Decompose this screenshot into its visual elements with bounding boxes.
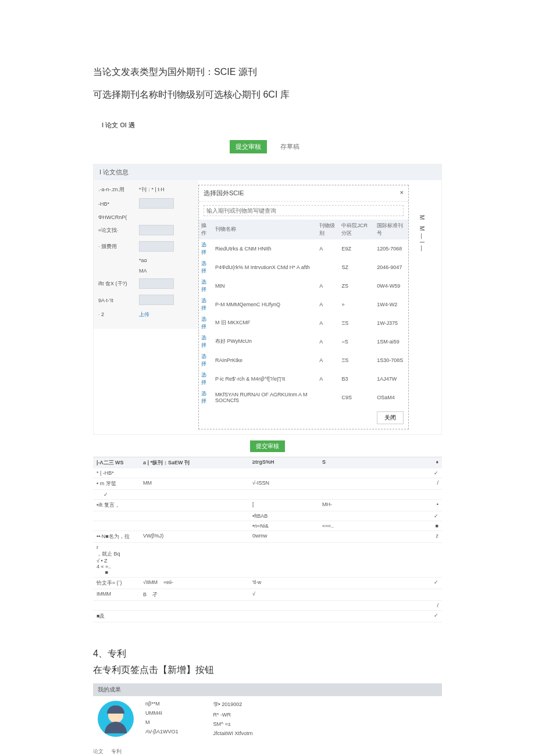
- cell: •: [427, 501, 438, 509]
- cell: •n«Ni&: [252, 523, 322, 529]
- form-label: iftt 食X (干?): [98, 280, 139, 288]
- profile-left-4: AV-βA1WVO1: [145, 729, 179, 734]
- cell-issn: 1SM-ai59: [374, 332, 408, 351]
- cell: r，就止 Bq√ • Z4 « »..■: [97, 544, 143, 575]
- cell: ✓: [97, 492, 143, 497]
- cell-issn: OSaM4: [374, 388, 408, 407]
- th-name: 刊物名称: [213, 220, 317, 239]
- table-row: ••·N■名为，拉VWβ%J)0wmwz: [93, 531, 442, 543]
- profile-right-3: SM^ »±: [213, 721, 253, 727]
- submit-button[interactable]: 提交审核: [230, 140, 267, 153]
- profile-right-2: R* -WR: [213, 712, 253, 718]
- modal-search-input[interactable]: [204, 205, 404, 216]
- select-link[interactable]: 选择: [201, 353, 206, 367]
- cell: ✓: [97, 492, 108, 497]
- select-link[interactable]: 选择: [201, 335, 206, 348]
- cell: √: [252, 591, 322, 599]
- cell: 恰文手» (´): [97, 579, 143, 587]
- cell: IMMM: [97, 591, 143, 599]
- table-row: 选择MKfSYAN RURNAI OF AGRKUInm A M SOCNCfS…: [199, 388, 408, 407]
- submit-button-2[interactable]: 提交审核: [250, 440, 285, 452]
- select-link[interactable]: 选择: [201, 260, 206, 274]
- profile-right-4: JfctaitWI Xtfvotrn: [213, 730, 253, 736]
- cell: [322, 579, 392, 587]
- select-link[interactable]: 选择: [201, 298, 206, 311]
- cell: [392, 612, 427, 620]
- table-row: 恰文手» (´)√ItMM «eii-'tl·w✓: [93, 578, 442, 589]
- cell: [322, 470, 392, 476]
- panel-title: I 论文信息: [94, 164, 441, 180]
- upload-link[interactable]: 上传: [139, 311, 194, 318]
- form-input[interactable]: [139, 295, 174, 305]
- select-link[interactable]: 选择: [201, 242, 206, 255]
- table-row: •ift 复言，[MH-•: [93, 500, 442, 511]
- th-jcr: 中科院JCR分区: [339, 220, 374, 239]
- cell: ✓: [427, 513, 438, 519]
- form-input[interactable]: [139, 241, 174, 252]
- mid-button-row: 提交审核: [17, 440, 518, 452]
- form-label: · 颁费用: [98, 243, 139, 250]
- cell: [252, 612, 322, 620]
- cell: √ • Z: [97, 558, 166, 564]
- cell: /: [427, 480, 438, 488]
- modal-title-text: 选择国外SCIE: [204, 189, 244, 198]
- cell: [143, 612, 252, 620]
- cell: MH-: [322, 501, 392, 509]
- cell-name: MtN: [213, 277, 317, 295]
- form-value: MA: [139, 268, 194, 274]
- cell-jcr: B3: [339, 370, 374, 388]
- cell-jcr: »: [339, 295, 374, 314]
- profile-left-3: M: [145, 719, 179, 725]
- table-row: • m 牙筐MM√-ISSN/: [93, 478, 442, 490]
- cell: [392, 501, 427, 509]
- select-link[interactable]: 选择: [201, 279, 206, 292]
- cell-level: A: [317, 239, 339, 258]
- button-row: 提交审核 存草稿: [17, 140, 518, 153]
- select-link[interactable]: 选择: [201, 390, 206, 404]
- cell: [392, 603, 427, 608]
- cell: [322, 612, 392, 620]
- intro-line-2: 可选择期刊名称时刊物级别可选核心期刊 6CI 库: [93, 87, 518, 103]
- cell: ■: [97, 569, 108, 575]
- cell: 0wmw: [252, 533, 322, 540]
- cell-jcr: ΞS: [339, 314, 374, 332]
- form-input[interactable]: [139, 278, 174, 289]
- cell: [252, 470, 322, 476]
- cell-name: P4ΦdU(rk% M IntrvutionX CMd H* A afth: [213, 258, 317, 277]
- cell-issn: 1W-J375: [374, 314, 408, 332]
- cell: •ftBAB: [252, 513, 322, 519]
- cell: [143, 501, 252, 509]
- cell: 4 « »..: [97, 564, 166, 569]
- cell: [143, 603, 252, 608]
- th-level: 刊物级别: [317, 220, 339, 239]
- form-label: .-a-n-.zn.用: [98, 186, 139, 194]
- cell: ✓: [427, 612, 438, 620]
- cell-issn: 0W4-W59: [374, 277, 408, 295]
- close-icon[interactable]: ×: [400, 189, 404, 198]
- cell: [322, 513, 392, 519]
- cell: [392, 591, 427, 599]
- form-input[interactable]: [139, 225, 174, 235]
- cell: ■: [427, 523, 438, 529]
- cell: [392, 513, 427, 519]
- lower-table: |-Λ二三 WS a | *纵刊：SaEW 刊 ≥trgS%H S ♦ * | …: [93, 457, 442, 622]
- cell-level: A: [317, 332, 339, 351]
- select-link[interactable]: 选择: [201, 372, 206, 385]
- tab-paper[interactable]: 论文: [93, 748, 104, 754]
- table-row: 选择MtNAZS0W4-W59: [199, 277, 408, 295]
- form-input[interactable]: [139, 198, 174, 209]
- cell: √ItMM «eii-: [143, 579, 252, 587]
- form-label: 9A·t-'It: [98, 298, 139, 303]
- cell-name: MKfSYAN RURNAI OF AGRKUInm A M SOCNCfS: [213, 388, 317, 407]
- cell: • m 牙筐: [97, 480, 143, 488]
- draft-button[interactable]: 存草稿: [274, 140, 305, 153]
- select-link[interactable]: 选择: [201, 316, 206, 329]
- form-label: -HB*: [98, 201, 139, 207]
- section-label: I 论文 OI 遇: [102, 121, 518, 130]
- intro-line-1: 当论文发表类型为国外期刊：SCIE 源刊: [93, 64, 518, 81]
- tab-patent[interactable]: 专利: [111, 748, 122, 754]
- t2-head-c1: |-Λ二三 WS: [97, 459, 143, 467]
- cell-level: A: [317, 277, 339, 295]
- cell: z: [427, 533, 438, 540]
- modal-close-button[interactable]: 关闭: [377, 411, 404, 424]
